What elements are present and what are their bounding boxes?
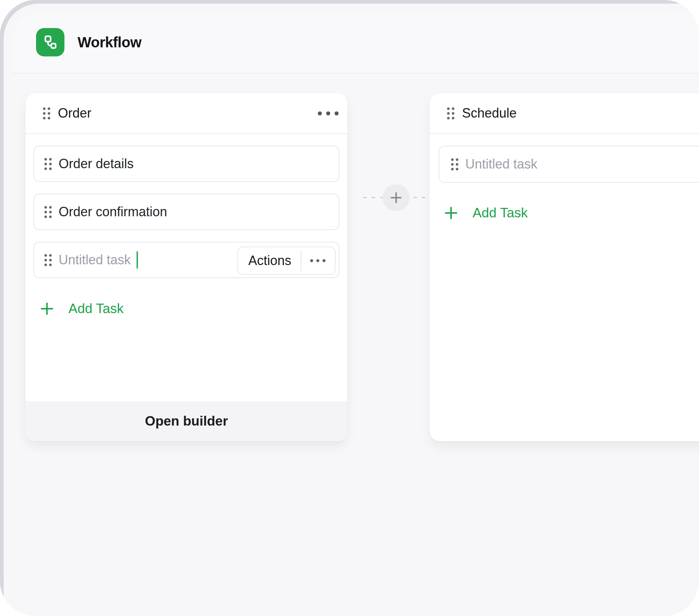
task-row-untitled-editing[interactable]: Untitled task Actions — [33, 242, 339, 278]
task-label: Order details — [59, 156, 134, 171]
drag-handle-icon[interactable] — [44, 254, 52, 266]
task-title-input-placeholder[interactable]: Untitled task — [465, 157, 537, 172]
column-title-schedule: Schedule — [462, 106, 517, 121]
drag-handle-icon[interactable] — [44, 206, 52, 218]
workflow-icon — [36, 28, 64, 56]
plus-icon — [390, 191, 403, 204]
button-divider — [301, 250, 301, 271]
column-card-order: Order Order details Order confirmatio — [25, 93, 347, 441]
column-title-order: Order — [58, 106, 91, 121]
task-label: Order confirmation — [59, 204, 167, 220]
task-row-untitled-schedule[interactable]: Untitled task — [439, 146, 699, 183]
add-task-button-order[interactable]: Add Task — [40, 299, 124, 319]
text-caret — [137, 251, 138, 269]
task-title-input-placeholder[interactable]: Untitled task — [59, 252, 131, 268]
workflow-canvas: Order Order details Order confirmatio — [12, 74, 699, 616]
column-header-order: Order — [25, 93, 347, 134]
plus-icon — [40, 302, 54, 316]
open-builder-label: Open builder — [145, 414, 228, 429]
drag-handle-icon[interactable] — [447, 107, 454, 119]
drag-handle-icon[interactable] — [44, 158, 52, 170]
actions-button[interactable]: Actions — [237, 246, 336, 275]
drag-handle-icon[interactable] — [451, 158, 458, 170]
add-column-button[interactable] — [383, 184, 410, 211]
page: Workflow Order O — [0, 0, 699, 616]
column-card-schedule: Schedule Untitled task Add Task — [430, 93, 699, 441]
add-task-label: Add Task — [68, 301, 124, 316]
add-task-label: Add Task — [473, 205, 528, 221]
add-task-button-schedule[interactable]: Add Task — [444, 203, 528, 223]
plus-icon — [444, 206, 458, 220]
page-title: Workflow — [78, 34, 141, 51]
column-header-schedule: Schedule — [430, 93, 699, 134]
column-menu-ellipsis-icon[interactable] — [318, 108, 339, 119]
app-header: Workflow — [12, 12, 699, 74]
task-row-order-confirmation[interactable]: Order confirmation — [33, 194, 339, 230]
open-builder-button[interactable]: Open builder — [25, 401, 347, 441]
task-row-order-details[interactable]: Order details — [33, 146, 339, 182]
actions-button-label: Actions — [248, 253, 291, 268]
app-window: Workflow Order O — [4, 4, 699, 616]
drag-handle-icon[interactable] — [43, 107, 50, 119]
task-menu-ellipsis-icon[interactable] — [310, 259, 325, 262]
